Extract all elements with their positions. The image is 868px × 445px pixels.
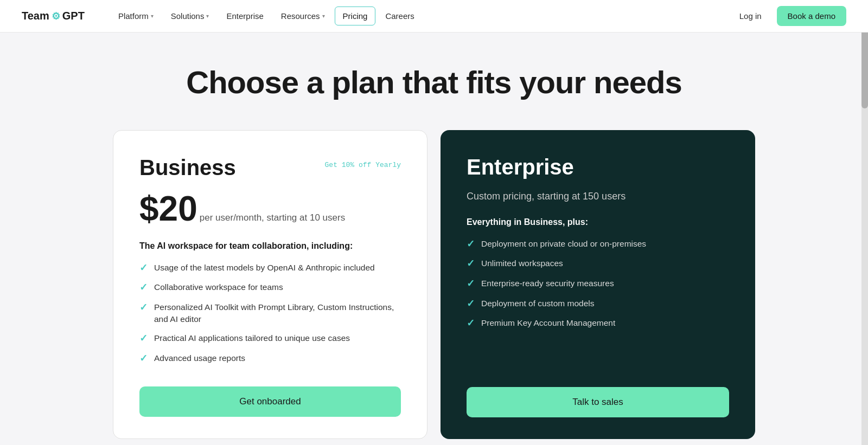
- enterprise-card: Enterprise Custom pricing, starting at 1…: [441, 130, 755, 439]
- e-check-icon-2: ✓: [467, 258, 475, 270]
- business-plan-title: Business: [139, 157, 236, 178]
- nav-platform[interactable]: Platform ▾: [111, 7, 161, 25]
- business-price-amount: $20: [139, 189, 197, 228]
- enterprise-feature-4-text: Deployment of custom models: [481, 298, 594, 309]
- nav-solutions[interactable]: Solutions ▾: [163, 7, 217, 25]
- business-feature-2-text: Collaborative workspace for teams: [154, 281, 283, 293]
- enterprise-card-header: Enterprise: [467, 156, 729, 178]
- business-feature-5-text: Advanced usage reports: [154, 352, 245, 364]
- enterprise-feature-1: ✓ Deployment on private cloud or on-prem…: [467, 238, 729, 250]
- navbar: Team⚙GPT Platform ▾ Solutions ▾ Enterpri…: [0, 0, 868, 33]
- e-check-icon-5: ✓: [467, 318, 475, 330]
- nav-careers-label: Careers: [385, 11, 414, 21]
- business-subtitle: The AI workspace for team collaboration,…: [139, 241, 401, 251]
- enterprise-subtitle: Everything in Business, plus:: [467, 217, 729, 227]
- nav-enterprise-label: Enterprise: [226, 11, 263, 21]
- nav-resources[interactable]: Resources ▾: [273, 7, 333, 25]
- enterprise-feature-5-text: Premium Key Account Management: [481, 317, 615, 329]
- enterprise-feature-2: ✓ Unlimited workspaces: [467, 257, 729, 270]
- business-feature-2: ✓ Collaborative workspace for teams: [139, 281, 401, 294]
- nav-pricing-label: Pricing: [343, 11, 368, 21]
- business-card-header: Business Get 10% off Yearly: [139, 157, 401, 178]
- business-feature-3-text: Personalized AI Toolkit with Prompt Libr…: [154, 301, 401, 325]
- enterprise-feature-3-text: Enterprise-ready security measures: [481, 278, 614, 289]
- pricing-cards: Business Get 10% off Yearly $20per user/…: [43, 130, 825, 439]
- enterprise-feature-1-text: Deployment on private cloud or on-premis…: [481, 238, 646, 250]
- talk-to-sales-button[interactable]: Talk to sales: [467, 387, 729, 417]
- business-price: $20per user/month, starting at 10 users: [139, 191, 401, 226]
- logo[interactable]: Team⚙GPT: [22, 10, 85, 22]
- e-check-icon-4: ✓: [467, 298, 475, 310]
- check-icon-5: ✓: [139, 353, 148, 365]
- enterprise-pricing-text: Custom pricing, starting at 150 users: [467, 191, 729, 202]
- nav-pricing[interactable]: Pricing: [335, 7, 376, 25]
- logo-text2: GPT: [62, 10, 85, 22]
- enterprise-feature-4: ✓ Deployment of custom models: [467, 298, 729, 310]
- e-check-icon-1: ✓: [467, 238, 475, 250]
- nav-platform-label: Platform: [118, 11, 149, 21]
- enterprise-feature-5: ✓ Premium Key Account Management: [467, 317, 729, 330]
- get-onboarded-button[interactable]: Get onboarded: [139, 386, 401, 417]
- e-check-icon-3: ✓: [467, 278, 475, 290]
- business-feature-1: ✓ Usage of the latest models by OpenAI &…: [139, 262, 401, 274]
- nav-resources-label: Resources: [281, 11, 320, 21]
- check-icon-4: ✓: [139, 333, 148, 345]
- business-feature-5: ✓ Advanced usage reports: [139, 352, 401, 365]
- check-icon-3: ✓: [139, 302, 148, 314]
- business-feature-1-text: Usage of the latest models by OpenAI & A…: [154, 262, 375, 274]
- business-feature-3: ✓ Personalized AI Toolkit with Prompt Li…: [139, 301, 401, 325]
- nav-careers[interactable]: Careers: [378, 7, 422, 25]
- enterprise-plan-title: Enterprise: [467, 156, 574, 178]
- nav-links: Platform ▾ Solutions ▾ Enterprise Resour…: [111, 7, 733, 25]
- logo-text: Team: [22, 10, 49, 22]
- scrollbar[interactable]: [861, 0, 868, 445]
- business-feature-4-text: Practical AI applications tailored to un…: [154, 332, 350, 344]
- nav-right: Log in Book a demo: [733, 6, 846, 26]
- yearly-badge[interactable]: Get 10% off Yearly: [325, 161, 401, 169]
- nav-enterprise[interactable]: Enterprise: [219, 7, 271, 25]
- enterprise-feature-2-text: Unlimited workspaces: [481, 257, 563, 269]
- logo-icon: ⚙: [52, 10, 60, 22]
- check-icon-1: ✓: [139, 262, 148, 274]
- login-link[interactable]: Log in: [733, 7, 768, 25]
- book-demo-button[interactable]: Book a demo: [777, 6, 846, 26]
- main-content: Choose a plan that fits your needs Busin…: [0, 33, 868, 445]
- solutions-chevron-icon: ▾: [206, 13, 209, 19]
- business-feature-4: ✓ Practical AI applications tailored to …: [139, 332, 401, 345]
- platform-chevron-icon: ▾: [151, 13, 154, 19]
- enterprise-features-list: ✓ Deployment on private cloud or on-prem…: [467, 238, 729, 365]
- business-features-list: ✓ Usage of the latest models by OpenAI &…: [139, 262, 401, 365]
- enterprise-feature-3: ✓ Enterprise-ready security measures: [467, 278, 729, 290]
- business-price-detail: per user/month, starting at 10 users: [200, 212, 345, 223]
- business-card: Business Get 10% off Yearly $20per user/…: [113, 130, 427, 439]
- resources-chevron-icon: ▾: [322, 13, 325, 19]
- nav-solutions-label: Solutions: [171, 11, 205, 21]
- page-title: Choose a plan that fits your needs: [43, 65, 825, 100]
- check-icon-2: ✓: [139, 282, 148, 294]
